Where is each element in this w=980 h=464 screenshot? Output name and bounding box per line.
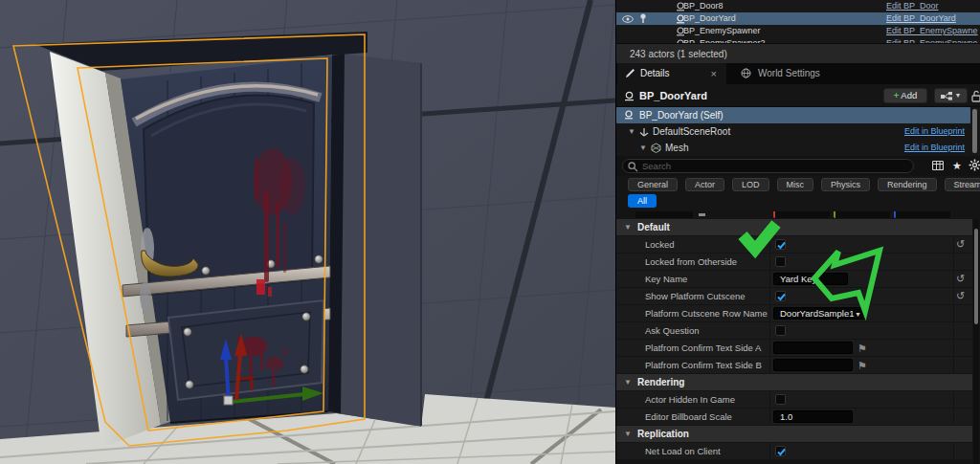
- properties-list: ▼ Default Locked ↺ Locked from Otherside…: [616, 219, 972, 464]
- edit-in-blueprint-link[interactable]: Edit in Blueprint: [904, 140, 965, 156]
- tab-world-settings[interactable]: World Settings: [733, 63, 848, 84]
- scrollbar-thumb[interactable]: [974, 229, 978, 324]
- filter-lod[interactable]: LOD: [732, 178, 769, 191]
- tree-row-label: BP_DoorYard (Self): [639, 107, 724, 123]
- transform-field[interactable]: [635, 211, 693, 218]
- search-row: ★: [616, 156, 980, 176]
- mesh-icon: [651, 143, 661, 153]
- section-title: Rendering: [637, 374, 684, 391]
- lock-scale-icon: [699, 213, 705, 216]
- chevron-down-icon: ▼: [624, 426, 632, 443]
- near-wall: [337, 54, 421, 426]
- filter-physics[interactable]: Physics: [821, 178, 870, 191]
- edit-blueprint-link[interactable]: Edit BP_DoorYard: [886, 12, 956, 25]
- actor-name: BP_EnemySpawner: [683, 25, 761, 37]
- property-label: Net Load on Client: [645, 443, 721, 459]
- actor-icon: [624, 91, 635, 101]
- row-ask-question: Ask Question: [616, 322, 972, 340]
- edit-in-blueprint-link[interactable]: Edit in Blueprint: [904, 123, 965, 140]
- row-actor-hidden-in-game: Actor Hidden In Game: [616, 391, 972, 409]
- locked-from-otherside-checkbox[interactable]: [775, 256, 786, 267]
- filter-misc[interactable]: Misc: [777, 178, 814, 191]
- globe-icon: [741, 68, 751, 78]
- locked-checkbox[interactable]: [775, 239, 786, 250]
- row-locked: Locked ↺: [616, 236, 972, 254]
- tree-row-label: Mesh: [665, 140, 688, 156]
- section-rendering[interactable]: ▼ Rendering: [616, 374, 972, 391]
- close-icon[interactable]: ×: [711, 63, 717, 84]
- row-confirm-text-a: Platfrom Confirm Text Side A ⚑: [616, 340, 972, 357]
- property-label: Locked from Otherside: [645, 254, 737, 270]
- outliner-row-selected[interactable]: BP_DoorYard Edit BP_DoorYard: [616, 12, 980, 25]
- show-platform-cutscene-checkbox[interactable]: [775, 291, 786, 301]
- visibility-eye-icon[interactable]: [622, 15, 634, 23]
- scene-root-icon: [639, 127, 649, 137]
- chevron-down-icon[interactable]: ▼: [639, 140, 647, 156]
- filter-rendering[interactable]: Rendering: [878, 178, 937, 191]
- section-replication[interactable]: ▼ Replication: [616, 426, 972, 443]
- chevron-down-icon: ▼: [624, 374, 632, 391]
- category-filters: General Actor LOD Misc Physics Rendering…: [628, 178, 980, 191]
- property-label: Platform Cutscene Row Name: [645, 305, 768, 321]
- tree-row-scene-root[interactable]: ▼ DefaultSceneRoot Edit in Blueprint: [616, 123, 969, 140]
- edit-blueprint-link[interactable]: Edit BP_EnemySpawne: [886, 25, 978, 37]
- section-default[interactable]: ▼ Default: [616, 219, 972, 236]
- transform-z-field[interactable]: [894, 211, 950, 218]
- tab-details[interactable]: Details ×: [617, 63, 726, 84]
- row-platform-cutscene-row-name: Platform Cutscene Row Name DoorYardSampl…: [616, 305, 972, 322]
- section-title: Replication: [637, 426, 689, 443]
- edit-blueprint-link[interactable]: Edit BP_Door: [886, 0, 939, 12]
- chevron-down-icon: ▼: [855, 309, 861, 320]
- outliner-row[interactable]: BP_Door8 Edit BP_Door: [616, 0, 980, 12]
- tab-world-settings-label: World Settings: [758, 63, 820, 84]
- settings-gear-icon[interactable]: [969, 159, 980, 171]
- chevron-down-icon: ▼: [624, 219, 632, 236]
- confirm-text-b-input[interactable]: [773, 359, 853, 371]
- unreal-editor-window: BP_Door8 Edit BP_Door BP_DoorYard Edit B…: [0, 0, 980, 464]
- row-key-name: Key Name Yard Key ↺: [616, 271, 972, 288]
- viewport-3d[interactable]: [0, 0, 615, 464]
- cutscene-row-dropdown[interactable]: DoorYardSample1▼: [773, 307, 866, 320]
- row-editor-billboard-scale: Editor Billboard Scale 1.0: [616, 409, 972, 426]
- favorites-star-icon[interactable]: ★: [952, 160, 962, 172]
- row-net-load-on-client: Net Load on Client: [616, 443, 972, 460]
- outliner: BP_Door8 Edit BP_Door BP_DoorYard Edit B…: [616, 0, 980, 43]
- search-input[interactable]: [622, 159, 914, 173]
- net-load-checkbox[interactable]: [775, 446, 786, 456]
- filter-all[interactable]: All: [628, 194, 657, 208]
- tree-scrollbar[interactable]: [972, 109, 977, 153]
- outliner-row[interactable]: BP_EnemySpawner Edit BP_EnemySpawne: [616, 25, 980, 37]
- display-options-icon[interactable]: [932, 160, 944, 171]
- blueprint-dropdown-button[interactable]: ▼: [934, 88, 968, 103]
- ask-question-checkbox[interactable]: [775, 325, 786, 336]
- property-label: Show Platform Cutscene: [645, 288, 746, 304]
- property-label: Editor Billboard Scale: [645, 409, 732, 425]
- tree-row-self[interactable]: BP_DoorYard (Self): [616, 107, 970, 123]
- properties-scrollbar[interactable]: [973, 219, 979, 464]
- key-name-input[interactable]: Yard Key: [773, 273, 848, 285]
- chevron-down-icon: ▼: [955, 92, 962, 99]
- filter-general[interactable]: General: [628, 178, 678, 191]
- right-panel: BP_Door8 Edit BP_Door BP_DoorYard Edit B…: [615, 0, 980, 464]
- localization-flag-icon[interactable]: ⚑: [858, 341, 867, 356]
- revert-icon[interactable]: ↺: [956, 271, 965, 287]
- filter-actor[interactable]: Actor: [685, 178, 724, 191]
- selected-actor-title: BP_DoorYard: [639, 84, 707, 107]
- lock-icon[interactable]: [971, 90, 980, 102]
- property-label: Platfrom Confirm Text Side A: [645, 340, 761, 356]
- transform-x-field[interactable]: [773, 211, 830, 218]
- chevron-down-icon[interactable]: ▼: [628, 123, 635, 140]
- billboard-scale-input[interactable]: 1.0: [773, 410, 853, 423]
- component-tree: BP_DoorYard (Self) ▼ DefaultSceneRoot Ed…: [616, 107, 980, 156]
- actor-icon: [624, 110, 634, 120]
- revert-icon[interactable]: ↺: [956, 288, 965, 304]
- add-component-button[interactable]: +Add: [883, 88, 927, 103]
- confirm-text-a-input[interactable]: [773, 342, 853, 354]
- transform-y-field[interactable]: [834, 211, 890, 218]
- tree-row-mesh[interactable]: ▼ Mesh Edit in Blueprint: [616, 140, 969, 156]
- filter-streaming[interactable]: Streaming: [945, 178, 980, 191]
- localization-flag-icon[interactable]: ⚑: [858, 358, 867, 373]
- revert-icon[interactable]: ↺: [956, 236, 965, 253]
- pin-icon[interactable]: [639, 13, 647, 24]
- actor-hidden-checkbox[interactable]: [775, 394, 786, 405]
